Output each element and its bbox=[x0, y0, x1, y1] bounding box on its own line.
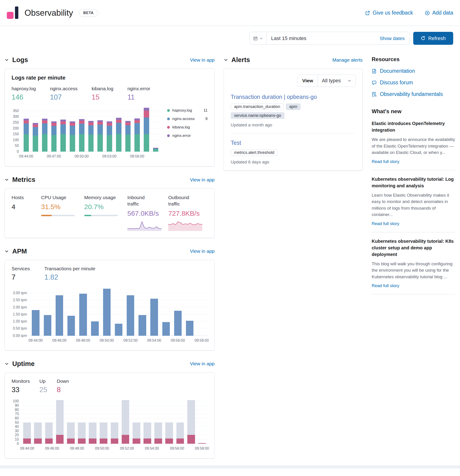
alerts-collapse-toggle[interactable] bbox=[224, 58, 228, 62]
header-actions: Give us feedback Add data bbox=[365, 10, 453, 16]
uptime-collapse-toggle[interactable] bbox=[5, 362, 9, 366]
logs-section-title: Logs bbox=[12, 56, 187, 64]
chart-bar bbox=[22, 397, 33, 444]
chart-bar bbox=[98, 397, 109, 444]
alerts-panel: View All types Transaction duration | op… bbox=[224, 68, 363, 171]
alerts-section-title: Alerts bbox=[231, 56, 329, 64]
read-full-story-link[interactable]: Read full story bbox=[372, 159, 399, 164]
refresh-icon bbox=[421, 36, 426, 41]
metrics-collapse-toggle[interactable] bbox=[5, 178, 9, 182]
chart-bar bbox=[148, 285, 160, 336]
inbound-traffic-sparkline bbox=[127, 219, 168, 232]
x-axis-tick-label: 09:46:00 bbox=[52, 339, 66, 343]
alert-type-select[interactable]: All types bbox=[318, 75, 355, 87]
legend-item-nginx-access[interactable]: nginx.access 9 bbox=[167, 117, 207, 121]
chart-bar bbox=[125, 285, 136, 336]
apm-view-in-app-link[interactable]: View in app bbox=[190, 248, 214, 254]
add-data-label: Add data bbox=[432, 10, 453, 16]
show-dates-button[interactable]: Show dates bbox=[375, 36, 410, 41]
x-axis-tick-label: 09:56:00 bbox=[170, 446, 184, 450]
left-column: Logs View in app Logs rate per minute ha… bbox=[5, 56, 214, 459]
give-feedback-link[interactable]: Give us feedback bbox=[365, 10, 413, 16]
alert-link-test[interactable]: Test bbox=[231, 140, 241, 146]
log-stat-nginx-access: nginx.access 107 bbox=[50, 86, 77, 101]
beta-badge: BETA bbox=[79, 9, 98, 17]
x-axis-tick-label: 09:56:00 bbox=[171, 339, 185, 343]
observability-logo-icon bbox=[7, 6, 19, 20]
uptime-view-in-app-link[interactable]: View in app bbox=[190, 361, 214, 366]
refresh-label: Refresh bbox=[428, 35, 446, 41]
chart-bar bbox=[33, 397, 43, 444]
chart-plot: 09:44:0009:46:0009:48:0009:50:0009:52:00… bbox=[30, 285, 207, 344]
y-axis-tick-label: 350 bbox=[13, 109, 19, 113]
chart-bar bbox=[77, 285, 89, 336]
chevron-down-icon bbox=[5, 249, 9, 254]
x-axis-tick-label: 09:58:00 bbox=[195, 446, 209, 450]
refresh-button[interactable]: Refresh bbox=[413, 32, 453, 45]
x-axis-tick-label: 09:47:00 bbox=[47, 154, 61, 158]
alert-link-transaction-duration[interactable]: Transaction duration | opbeans-go bbox=[231, 94, 317, 100]
legend-item-nginx-error[interactable]: nginx.error bbox=[167, 133, 207, 138]
x-axis-tick-label: 09:44:00 bbox=[19, 154, 33, 158]
discuss-forum-link[interactable]: Discuss forum bbox=[372, 80, 455, 86]
log-stat-nginx-error: nginx.error 11 bbox=[127, 86, 150, 101]
y-axis-tick-label: 0.00 tpm bbox=[13, 334, 27, 338]
alert-badge: service.name:opbeans-go bbox=[231, 112, 285, 119]
chevron-down-icon bbox=[260, 37, 263, 40]
chart-bar bbox=[77, 105, 86, 152]
chart-y-axis: 050100150200250300350 bbox=[12, 105, 22, 152]
y-axis-tick-label: 2.50 tpm bbox=[13, 298, 27, 302]
chevron-down-icon bbox=[5, 178, 9, 182]
chevron-down-icon bbox=[5, 58, 9, 62]
y-axis-tick-label: 300 bbox=[13, 115, 19, 119]
external-link-icon bbox=[365, 10, 370, 16]
chart-bar bbox=[197, 397, 207, 444]
logs-view-in-app-link[interactable]: View in app bbox=[190, 57, 214, 63]
chart-bar bbox=[114, 105, 123, 152]
chart-x-axis: 09:44:0009:47:0009:50:0009:53:0009:56:00 bbox=[22, 154, 160, 160]
metrics-view-in-app-link[interactable]: View in app bbox=[190, 177, 214, 183]
chart-bar bbox=[40, 105, 49, 152]
chart-bar bbox=[172, 285, 184, 336]
read-full-story-link[interactable]: Read full story bbox=[372, 221, 399, 226]
news-story: Elastic introduces OpenTelemetry integra… bbox=[372, 115, 455, 170]
legend-item-kibana[interactable]: kibana.log bbox=[167, 125, 207, 130]
y-axis-tick-label: 0 bbox=[17, 150, 19, 154]
y-axis-tick-label: 1.50 tpm bbox=[13, 312, 27, 316]
x-axis-tick-label: 09:53:00 bbox=[102, 154, 116, 158]
y-axis-tick-label: 90 bbox=[15, 403, 19, 408]
observability-fundamentals-link[interactable]: Observability fundamentals bbox=[372, 91, 455, 97]
y-axis-tick-label: 2.00 tpm bbox=[13, 305, 27, 309]
calendar-dropdown-button[interactable] bbox=[250, 32, 267, 44]
memory-usage-stat: Memory usage 20.7% bbox=[84, 194, 127, 232]
chart-bars bbox=[30, 285, 207, 336]
alert-badges: metrics.alert.threshold bbox=[231, 149, 356, 156]
time-range-value[interactable]: Last 15 minutes bbox=[267, 35, 375, 41]
y-axis-tick-label: 70 bbox=[15, 412, 19, 416]
chart-bar bbox=[142, 397, 153, 444]
cpu-usage-stat: CPU Usage 31.5% bbox=[41, 194, 84, 232]
page-bottom-strip bbox=[0, 465, 460, 468]
y-axis-tick-label: 0 bbox=[17, 442, 19, 446]
logs-collapse-toggle[interactable] bbox=[5, 58, 9, 62]
chart-bar bbox=[30, 285, 41, 336]
chart-bar bbox=[31, 105, 40, 152]
legend-item-haproxy[interactable]: haproxy.log 11 bbox=[167, 108, 207, 113]
manage-alerts-link[interactable]: Manage alerts bbox=[332, 57, 363, 63]
uptime-section: Uptime View in app Monitors 33 Up 25 bbox=[5, 360, 214, 459]
documentation-link[interactable]: Documentation bbox=[372, 68, 455, 74]
inbound-traffic-stat: Inbound traffic 567.0KB/s bbox=[127, 194, 168, 232]
add-data-link[interactable]: Add data bbox=[425, 10, 453, 16]
metrics-panel: Hosts 4 CPU Usage 31.5% Memory usage 20.… bbox=[5, 188, 214, 238]
alert-updated-text: Updated 6 days ago bbox=[231, 160, 356, 165]
log-stat-kibana: kibana.log 15 bbox=[91, 86, 113, 101]
memory-progress-bar bbox=[84, 215, 118, 216]
x-axis-tick-label: 09:44:00 bbox=[20, 446, 34, 450]
y-axis-tick-label: 100 bbox=[13, 399, 19, 403]
cpu-progress-bar bbox=[41, 215, 75, 216]
read-full-story-link[interactable]: Read full story bbox=[372, 283, 399, 288]
apm-collapse-toggle[interactable] bbox=[5, 249, 9, 254]
super-date-picker: Last 15 minutes Show dates bbox=[249, 32, 410, 45]
view-filter-label: View bbox=[298, 75, 318, 87]
chart-bar bbox=[160, 285, 172, 336]
